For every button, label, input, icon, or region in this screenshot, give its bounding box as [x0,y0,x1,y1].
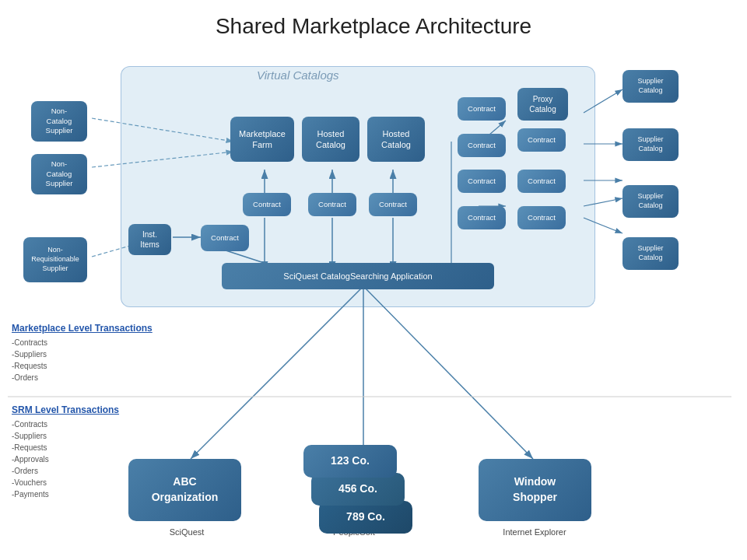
svg-line-26 [363,286,533,459]
123-co-box: 123 Co. [303,445,397,478]
srm-transactions-items: -Contracts-Suppliers-Requests-Approvals-… [12,418,119,500]
supplier-catalog-1: SupplierCatalog [622,70,679,103]
contract-rc1: Contract [517,128,566,152]
srm-transactions-label: SRM Level Transactions [12,404,119,415]
srm-transactions-section: SRM Level Transactions -Contracts-Suppli… [12,404,119,500]
456-co-box: 456 Co. [311,473,405,506]
contract-hc1: Contract [308,193,356,216]
inst-items-box: Inst.Items [128,224,171,255]
supplier-catalog-4: SupplierCatalog [622,237,679,270]
contract-left: Contract [201,225,249,251]
contract-mf: Contract [243,193,291,216]
diagram-container: Shared Marketplace Architecture Virtual … [0,0,747,560]
svg-line-24 [191,286,363,459]
hosted-catalog-1-box: HostedCatalog [302,117,359,162]
marketplace-transactions-items: -Contracts-Suppliers-Requests-Orders [12,337,153,383]
marketplace-transactions-section: Marketplace Level Transactions -Contract… [12,323,153,383]
contract-rc2: Contract [517,170,566,193]
proxy-catalog-box: ProxyCatalog [517,88,568,121]
non-requisitionable-supplier: Non-RequisitionableSupplier [23,237,87,282]
sciquest-bar: SciQuest CatalogSearching Application [222,263,494,289]
contract-rc3: Contract [517,206,566,229]
contract-hc2: Contract [369,193,417,216]
non-catalog-supplier-1: Non-CatalogSupplier [31,101,87,142]
virtual-catalogs-label: Virtual Catalogs [257,68,339,82]
org-stack-peoplesoft: 123 Co. 456 Co. 789 Co. [303,445,397,543]
contract-r1: Contract [458,97,506,121]
contract-r4: Contract [458,206,506,229]
hosted-catalog-2-box: HostedCatalog [367,117,425,162]
page-title: Shared Marketplace Architecture [0,0,747,47]
marketplace-form-box: MarketplaceFarm [230,117,294,162]
contract-r3: Contract [458,170,506,193]
supplier-catalog-2: SupplierCatalog [622,128,679,161]
window-shopper-box: WindowShopper [479,459,591,521]
non-catalog-supplier-2: Non-CatalogSupplier [31,154,87,194]
contract-r2: Contract [458,134,506,157]
789-co-box: 789 Co. [319,501,412,534]
marketplace-transactions-label: Marketplace Level Transactions [12,323,153,334]
abc-organization-box: ABCOrganization [128,459,241,521]
sciquest-label: SciQuest [156,527,218,537]
supplier-catalog-3: SupplierCatalog [622,185,679,218]
internet-explorer-label: Internet Explorer [484,527,585,537]
